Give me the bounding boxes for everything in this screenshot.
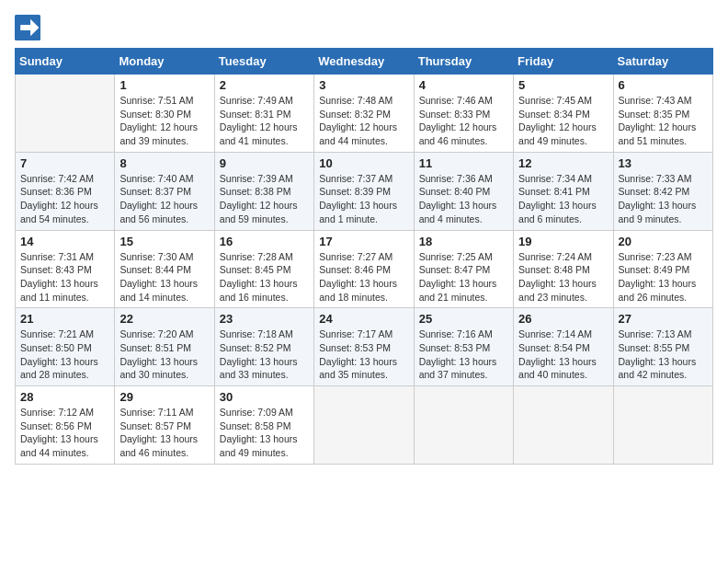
weekday-header-sunday: Sunday: [16, 49, 115, 75]
day-number: 5: [518, 78, 608, 92]
calendar-cell: 18Sunrise: 7:25 AMSunset: 8:47 PMDayligh…: [414, 230, 513, 308]
calendar-week-3: 14Sunrise: 7:31 AMSunset: 8:43 PMDayligh…: [16, 230, 713, 308]
cell-info: Sunrise: 7:17 AMSunset: 8:53 PMDaylight:…: [319, 327, 408, 382]
calendar-cell: 28Sunrise: 7:12 AMSunset: 8:56 PMDayligh…: [16, 386, 115, 465]
day-number: 14: [20, 235, 109, 248]
day-number: 10: [319, 156, 408, 170]
weekday-header-friday: Friday: [514, 49, 613, 75]
weekday-header-saturday: Saturday: [613, 49, 712, 75]
calendar-cell: 26Sunrise: 7:14 AMSunset: 8:54 PMDayligh…: [514, 308, 613, 386]
day-number: 25: [419, 312, 508, 326]
calendar-cell: 24Sunrise: 7:17 AMSunset: 8:53 PMDayligh…: [314, 308, 414, 386]
calendar-cell: [414, 386, 513, 465]
cell-info: Sunrise: 7:12 AMSunset: 8:56 PMDaylight:…: [20, 406, 109, 460]
calendar-cell: 19Sunrise: 7:24 AMSunset: 8:48 PMDayligh…: [514, 230, 613, 308]
cell-info: Sunrise: 7:48 AMSunset: 8:32 PMDaylight:…: [319, 94, 408, 148]
calendar-cell: 10Sunrise: 7:37 AMSunset: 8:39 PMDayligh…: [314, 152, 414, 230]
calendar-week-1: 1Sunrise: 7:51 AMSunset: 8:30 PMDaylight…: [16, 75, 713, 153]
calendar-cell: 23Sunrise: 7:18 AMSunset: 8:52 PMDayligh…: [214, 308, 313, 386]
day-number: 19: [518, 235, 608, 248]
calendar-cell: 14Sunrise: 7:31 AMSunset: 8:43 PMDayligh…: [16, 230, 115, 308]
day-number: 15: [119, 235, 209, 248]
day-number: 4: [419, 78, 508, 92]
day-number: 9: [220, 156, 309, 170]
calendar-cell: [613, 386, 712, 465]
calendar-table: SundayMondayTuesdayWednesdayThursdayFrid…: [15, 48, 713, 465]
day-number: 12: [518, 156, 608, 170]
calendar-cell: 3Sunrise: 7:48 AMSunset: 8:32 PMDaylight…: [314, 75, 414, 153]
day-number: 20: [619, 235, 708, 248]
cell-info: Sunrise: 7:25 AMSunset: 8:47 PMDaylight:…: [419, 250, 508, 304]
day-number: 7: [20, 156, 109, 170]
cell-info: Sunrise: 7:31 AMSunset: 8:43 PMDaylight:…: [20, 250, 109, 304]
calendar-cell: 20Sunrise: 7:23 AMSunset: 8:49 PMDayligh…: [613, 230, 712, 308]
day-number: 8: [119, 156, 209, 170]
weekday-header-wednesday: Wednesday: [314, 49, 414, 75]
cell-info: Sunrise: 7:23 AMSunset: 8:49 PMDaylight:…: [619, 250, 708, 304]
day-number: 2: [220, 78, 309, 92]
calendar-cell: 29Sunrise: 7:11 AMSunset: 8:57 PMDayligh…: [115, 386, 214, 465]
calendar-cell: 9Sunrise: 7:39 AMSunset: 8:38 PMDaylight…: [214, 152, 313, 230]
calendar-cell: 6Sunrise: 7:43 AMSunset: 8:35 PMDaylight…: [613, 75, 712, 153]
calendar-cell: 8Sunrise: 7:40 AMSunset: 8:37 PMDaylight…: [115, 152, 214, 230]
calendar-week-4: 21Sunrise: 7:21 AMSunset: 8:50 PMDayligh…: [16, 308, 713, 386]
calendar-week-5: 28Sunrise: 7:12 AMSunset: 8:56 PMDayligh…: [16, 386, 713, 465]
calendar-cell: 15Sunrise: 7:30 AMSunset: 8:44 PMDayligh…: [115, 230, 214, 308]
day-number: 1: [119, 78, 209, 92]
day-number: 26: [518, 312, 608, 326]
calendar-cell: 2Sunrise: 7:49 AMSunset: 8:31 PMDaylight…: [214, 75, 313, 153]
day-number: 17: [319, 235, 408, 248]
cell-info: Sunrise: 7:30 AMSunset: 8:44 PMDaylight:…: [119, 250, 209, 304]
day-number: 6: [619, 78, 708, 92]
day-number: 11: [419, 156, 508, 170]
calendar-cell: 21Sunrise: 7:21 AMSunset: 8:50 PMDayligh…: [16, 308, 115, 386]
day-number: 3: [319, 78, 408, 92]
cell-info: Sunrise: 7:40 AMSunset: 8:37 PMDaylight:…: [119, 172, 209, 226]
page-header: [15, 15, 713, 40]
cell-info: Sunrise: 7:49 AMSunset: 8:31 PMDaylight:…: [220, 94, 309, 148]
calendar-cell: 4Sunrise: 7:46 AMSunset: 8:33 PMDaylight…: [414, 75, 513, 153]
day-number: 13: [619, 156, 708, 170]
day-number: 22: [119, 312, 209, 326]
cell-info: Sunrise: 7:46 AMSunset: 8:33 PMDaylight:…: [419, 94, 508, 148]
weekday-header-thursday: Thursday: [414, 49, 513, 75]
day-number: 29: [119, 390, 209, 404]
day-number: 18: [419, 235, 508, 248]
cell-info: Sunrise: 7:39 AMSunset: 8:38 PMDaylight:…: [220, 172, 309, 226]
cell-info: Sunrise: 7:45 AMSunset: 8:34 PMDaylight:…: [518, 94, 608, 148]
calendar-cell: 30Sunrise: 7:09 AMSunset: 8:58 PMDayligh…: [214, 386, 313, 465]
cell-info: Sunrise: 7:51 AMSunset: 8:30 PMDaylight:…: [119, 94, 209, 148]
day-number: 21: [20, 312, 109, 326]
calendar-cell: 17Sunrise: 7:27 AMSunset: 8:46 PMDayligh…: [314, 230, 414, 308]
calendar-cell: 12Sunrise: 7:34 AMSunset: 8:41 PMDayligh…: [514, 152, 613, 230]
weekday-header-tuesday: Tuesday: [214, 49, 313, 75]
day-number: 28: [20, 390, 109, 404]
day-number: 27: [619, 312, 708, 326]
cell-info: Sunrise: 7:33 AMSunset: 8:42 PMDaylight:…: [619, 172, 708, 226]
cell-info: Sunrise: 7:37 AMSunset: 8:39 PMDaylight:…: [319, 172, 408, 226]
cell-info: Sunrise: 7:14 AMSunset: 8:54 PMDaylight:…: [518, 327, 608, 382]
calendar-cell: 25Sunrise: 7:16 AMSunset: 8:53 PMDayligh…: [414, 308, 513, 386]
cell-info: Sunrise: 7:43 AMSunset: 8:35 PMDaylight:…: [619, 94, 708, 148]
day-number: 24: [319, 312, 408, 326]
day-number: 30: [220, 390, 309, 404]
day-number: 16: [220, 235, 309, 248]
weekday-header-monday: Monday: [115, 49, 214, 75]
cell-info: Sunrise: 7:34 AMSunset: 8:41 PMDaylight:…: [518, 172, 608, 226]
calendar-cell: 11Sunrise: 7:36 AMSunset: 8:40 PMDayligh…: [414, 152, 513, 230]
weekday-header-row: SundayMondayTuesdayWednesdayThursdayFrid…: [16, 49, 713, 75]
calendar-cell: 5Sunrise: 7:45 AMSunset: 8:34 PMDaylight…: [514, 75, 613, 153]
cell-info: Sunrise: 7:21 AMSunset: 8:50 PMDaylight:…: [20, 327, 109, 382]
cell-info: Sunrise: 7:28 AMSunset: 8:45 PMDaylight:…: [220, 250, 309, 304]
calendar-cell: [514, 386, 613, 465]
cell-info: Sunrise: 7:36 AMSunset: 8:40 PMDaylight:…: [419, 172, 508, 226]
cell-info: Sunrise: 7:24 AMSunset: 8:48 PMDaylight:…: [518, 250, 608, 304]
calendar-cell: 22Sunrise: 7:20 AMSunset: 8:51 PMDayligh…: [115, 308, 214, 386]
cell-info: Sunrise: 7:20 AMSunset: 8:51 PMDaylight:…: [119, 327, 209, 382]
cell-info: Sunrise: 7:11 AMSunset: 8:57 PMDaylight:…: [119, 406, 209, 460]
calendar-cell: 13Sunrise: 7:33 AMSunset: 8:42 PMDayligh…: [613, 152, 712, 230]
calendar-cell: [16, 75, 115, 153]
calendar-cell: 16Sunrise: 7:28 AMSunset: 8:45 PMDayligh…: [214, 230, 313, 308]
calendar-cell: 27Sunrise: 7:13 AMSunset: 8:55 PMDayligh…: [613, 308, 712, 386]
cell-info: Sunrise: 7:13 AMSunset: 8:55 PMDaylight:…: [619, 327, 708, 382]
